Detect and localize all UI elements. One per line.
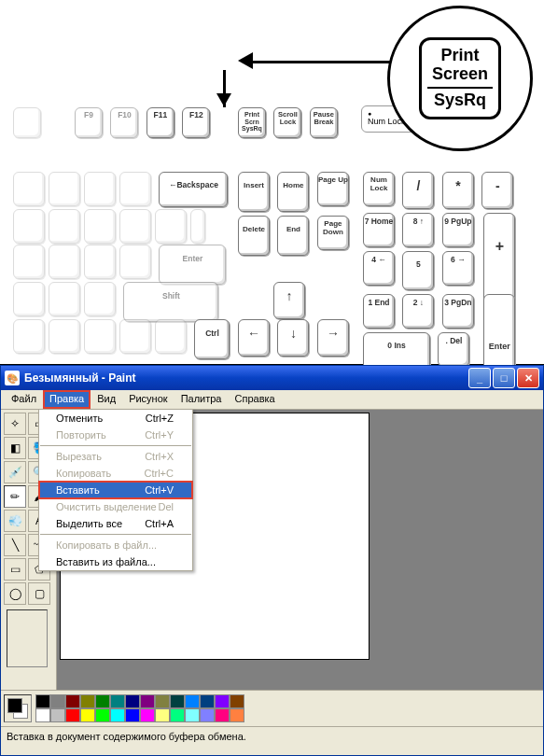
status-text: Вставка в документ содержимого буфера об… <box>7 731 246 742</box>
menu-undo[interactable]: ОтменитьCtrl+Z <box>39 410 192 427</box>
menu-paste[interactable]: ВставитьCtrl+V <box>39 482 192 498</box>
color-swatch[interactable] <box>95 708 110 722</box>
menu-pastefrom[interactable]: Вставить из файла... <box>39 553 192 570</box>
paint-window: 🎨 Безымянный - Paint _ □ ✕ Файл Правка В… <box>0 365 544 756</box>
color-swatch[interactable] <box>140 708 155 722</box>
tool-pencil[interactable]: ✏ <box>4 485 26 508</box>
key-scrolllock: Scroll Lock <box>273 107 301 138</box>
menu-cut[interactable]: ВырезатьCtrl+X <box>39 448 192 465</box>
menu-copyto[interactable]: Копировать в файл... <box>39 537 192 553</box>
key-np-dot: . Del <box>438 332 469 367</box>
menu-edit[interactable]: Правка <box>43 390 91 409</box>
maximize-button[interactable]: □ <box>493 368 515 388</box>
close-button[interactable]: ✕ <box>517 368 539 388</box>
tool-eraser[interactable]: ◧ <box>4 437 26 459</box>
menu-clear[interactable]: Очистить выделениеDel <box>39 498 192 515</box>
color-swatch[interactable] <box>185 708 200 722</box>
tool-line[interactable]: ╲ <box>4 534 26 556</box>
main-row-2 <box>11 207 207 245</box>
color-swatch[interactable] <box>50 694 65 708</box>
key-home: Home <box>277 172 309 212</box>
tool-ellipse[interactable]: ◯ <box>4 582 26 605</box>
key-arrow-right: → <box>317 319 349 357</box>
key-delete: Delete <box>238 216 270 256</box>
color-swatch[interactable] <box>65 708 80 722</box>
main-row-1: ←Backspace <box>11 170 230 209</box>
menu-help[interactable]: Справка <box>229 390 282 409</box>
titlebar[interactable]: 🎨 Безымянный - Paint _ □ ✕ <box>1 366 543 390</box>
color-swatch[interactable] <box>125 694 140 708</box>
fn-keys-f9-f12: F9 F10 F11 F12 <box>73 105 212 140</box>
numpad: Num Lock / * - 7 Home 8 ↑ 9 PgUp + 4 ← 5… <box>361 170 515 373</box>
color-palette <box>35 694 250 722</box>
menubar: Файл Правка Вид Рисунок Палитра Справка <box>1 390 543 410</box>
window-title: Безымянный - Paint <box>24 371 468 385</box>
color-swatch[interactable] <box>95 694 110 708</box>
color-swatch[interactable] <box>200 694 215 708</box>
callout-line3: SysRq <box>434 91 486 110</box>
key-np-8: 8 ↑ <box>402 213 434 247</box>
color-swatch[interactable] <box>50 708 65 722</box>
color-swatch[interactable] <box>35 694 50 708</box>
minimize-button[interactable]: _ <box>468 368 491 388</box>
key-arrow-left: ← <box>238 319 270 357</box>
key-np-numlock: Num Lock <box>363 172 395 206</box>
key-enter: Enter <box>159 245 226 285</box>
color-swatch[interactable] <box>170 694 185 708</box>
color-swatch[interactable] <box>110 694 125 708</box>
color-swatch[interactable] <box>215 694 230 708</box>
key-np-subtract: - <box>481 172 513 209</box>
menu-selectall[interactable]: Выделить всеCtrl+A <box>39 515 192 532</box>
key-np-3: 3 PgDn <box>442 294 474 329</box>
color-swatch[interactable] <box>110 708 125 722</box>
color-swatch[interactable] <box>155 708 170 722</box>
menu-image[interactable]: Рисунок <box>122 390 174 409</box>
key-pagedown: Page Down <box>317 216 349 250</box>
key-end: End <box>277 216 309 256</box>
color-swatch[interactable] <box>80 694 95 708</box>
tool-eyedropper[interactable]: 💉 <box>4 461 26 483</box>
key-f11: F11 <box>146 107 174 138</box>
arrow-cluster: ← ↓ → <box>236 317 351 358</box>
tool-airbrush[interactable]: 💨 <box>4 510 26 532</box>
menu-copy[interactable]: КопироватьCtrl+C <box>39 465 192 482</box>
key-printscreen: Print Scrn SysRq <box>238 107 266 138</box>
statusbar: Вставка в документ содержимого буфера об… <box>1 726 543 755</box>
nav-cluster: Insert Home Page Up Delete End Page Down <box>236 170 351 258</box>
color-swatch[interactable] <box>155 694 170 708</box>
color-swatch[interactable] <box>185 694 200 708</box>
color-swatch[interactable] <box>170 708 185 722</box>
color-swatch[interactable] <box>200 708 215 722</box>
color-swatch[interactable] <box>215 708 230 722</box>
tool-options-panel[interactable] <box>7 609 48 667</box>
color-swatch[interactable] <box>230 708 244 722</box>
keyboard-diagram: Print Screen SysRq F9 F10 F11 F12 Print … <box>0 0 544 365</box>
foreground-color <box>7 698 22 713</box>
tool-roundrect[interactable]: ▢ <box>28 582 50 605</box>
menu-view[interactable]: Вид <box>91 390 122 409</box>
edit-dropdown-menu: ОтменитьCtrl+Z ПовторитьCtrl+Y ВырезатьC… <box>38 409 193 571</box>
key-np-multiply: * <box>442 172 474 209</box>
key-ctrl: Ctrl <box>194 319 230 359</box>
menu-palette[interactable]: Палитра <box>174 390 229 409</box>
key-arrow-up: ↑ <box>273 282 305 319</box>
key-np-2: 2 ↓ <box>402 294 434 329</box>
key-pageup: Page Up <box>317 172 349 206</box>
key-backspace: ←Backspace <box>159 172 228 207</box>
key-f10: F10 <box>110 107 138 138</box>
color-swatch[interactable] <box>80 708 95 722</box>
current-colors[interactable] <box>4 694 32 722</box>
color-swatch[interactable] <box>140 694 155 708</box>
key-np-6: 6 → <box>442 251 474 286</box>
color-swatch[interactable] <box>35 708 50 722</box>
color-swatch[interactable] <box>230 694 244 708</box>
tool-rectangle[interactable]: ▭ <box>4 558 26 581</box>
key-np-4: 4 ← <box>363 251 395 286</box>
main-row-5: Ctrl <box>11 317 231 361</box>
menu-redo[interactable]: ПовторитьCtrl+Y <box>39 427 192 443</box>
color-swatch[interactable] <box>125 708 140 722</box>
menu-file[interactable]: Файл <box>5 390 43 409</box>
printscreen-callout: Print Screen SysRq <box>387 6 533 151</box>
tool-freeform-select[interactable]: ✧ <box>4 413 26 435</box>
color-swatch[interactable] <box>65 694 80 708</box>
